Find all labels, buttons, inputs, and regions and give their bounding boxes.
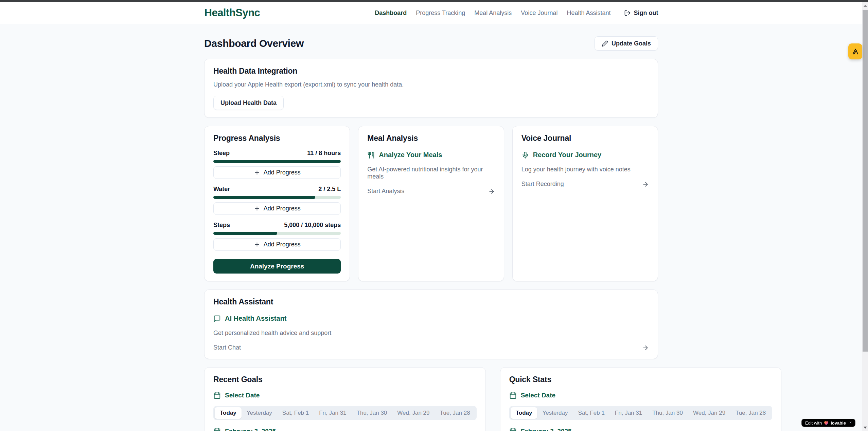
- start-chat-label: Start Chat: [213, 344, 241, 351]
- tab-fri-jan-31[interactable]: Fri, Jan 31: [610, 407, 647, 419]
- quick-stats-title: Quick Stats: [509, 375, 773, 384]
- header: HealthSync Dashboard Progress Tracking M…: [0, 2, 868, 24]
- progress-bar-track: [213, 160, 341, 163]
- health-data-integration-card: Health Data Integration Upload your Appl…: [204, 59, 658, 118]
- tab-wed-jan-29[interactable]: Wed, Jan 29: [392, 407, 435, 419]
- add-progress-steps-button[interactable]: Add Progress: [213, 238, 341, 251]
- progress-label: Water: [213, 186, 230, 193]
- add-progress-label: Add Progress: [264, 241, 301, 248]
- analyze-your-meals-link[interactable]: Analyze Your Meals: [367, 151, 495, 159]
- tab-yesterday[interactable]: Yesterday: [242, 407, 277, 419]
- tab-thu-jan-30[interactable]: Thu, Jan 30: [352, 407, 392, 419]
- health-assistant-card: Health Assistant AI Health Assistant Get…: [204, 289, 658, 359]
- start-recording-label: Start Recording: [521, 181, 564, 188]
- tab-sat-feb-1[interactable]: Sat, Feb 1: [573, 407, 609, 419]
- recent-goals-select-date[interactable]: Select Date: [213, 392, 477, 399]
- bolt-a-icon: [852, 48, 859, 55]
- add-progress-label: Add Progress: [264, 169, 301, 176]
- quick-stats-date-tabs: Today Yesterday Sat, Feb 1 Fri, Jan 31 T…: [509, 406, 773, 420]
- nav-item-health-assistant[interactable]: Health Assistant: [567, 10, 610, 17]
- app-logo[interactable]: HealthSync: [205, 7, 260, 19]
- analyze-progress-button[interactable]: Analyze Progress: [213, 259, 341, 274]
- arrow-right-icon: [488, 188, 495, 195]
- progress-analysis-card: Progress Analysis Sleep 11 / 8 hours Add…: [204, 126, 350, 281]
- progress-bar-fill: [213, 196, 315, 199]
- start-analysis-label: Start Analysis: [367, 188, 404, 195]
- tab-wed-jan-29[interactable]: Wed, Jan 29: [688, 407, 730, 419]
- meal-title: Meal Analysis: [367, 134, 495, 143]
- start-analysis-link[interactable]: Start Analysis: [367, 188, 495, 195]
- tab-yesterday[interactable]: Yesterday: [537, 407, 573, 419]
- log-out-icon: [624, 10, 631, 16]
- badge-close-icon[interactable]: ×: [849, 419, 852, 426]
- scroll-down-icon: [864, 427, 867, 429]
- tab-today[interactable]: Today: [511, 407, 537, 419]
- start-chat-link[interactable]: Start Chat: [213, 344, 649, 351]
- record-your-journey-link[interactable]: Record Your Journey: [521, 151, 649, 159]
- progress-value: 2 / 2.5 L: [318, 186, 341, 193]
- sign-out-label: Sign out: [634, 10, 658, 17]
- calendar-icon: [213, 428, 221, 431]
- progress-bar-track: [213, 232, 341, 235]
- tab-tue-jan-28[interactable]: Tue, Jan 28: [435, 407, 475, 419]
- progress-title: Progress Analysis: [213, 134, 341, 143]
- recent-goals-title: Recent Goals: [213, 375, 477, 384]
- assistant-description: Get personalized health advice and suppo…: [213, 330, 649, 337]
- start-recording-link[interactable]: Start Recording: [521, 181, 649, 188]
- sign-out-button[interactable]: Sign out: [624, 10, 658, 17]
- calendar-icon: [509, 392, 517, 399]
- add-progress-water-button[interactable]: Add Progress: [213, 202, 341, 215]
- ai-health-assistant-label: AI Health Assistant: [225, 315, 287, 322]
- chat-bubble-icon: [213, 315, 221, 322]
- nav-item-voice-journal[interactable]: Voice Journal: [521, 10, 557, 17]
- calendar-icon: [509, 428, 517, 431]
- scrollbar[interactable]: [862, 2, 868, 431]
- plus-icon: [254, 169, 260, 176]
- nav-item-meal-analysis[interactable]: Meal Analysis: [474, 10, 512, 17]
- main-nav: Dashboard Progress Tracking Meal Analysi…: [375, 10, 658, 17]
- recent-goals-card: Recent Goals Select Date Today Yesterday…: [204, 367, 486, 431]
- badge-prefix: Edit with: [805, 420, 822, 426]
- dev-tool-floating-button[interactable]: [848, 43, 862, 59]
- nav-item-dashboard[interactable]: Dashboard: [375, 10, 407, 17]
- voice-title: Voice Journal: [521, 134, 649, 143]
- tab-sat-feb-1[interactable]: Sat, Feb 1: [277, 407, 314, 419]
- add-progress-sleep-button[interactable]: Add Progress: [213, 166, 341, 179]
- ai-health-assistant-link[interactable]: AI Health Assistant: [213, 315, 649, 322]
- scroll-down-button[interactable]: [862, 425, 868, 430]
- scroll-up-icon: [864, 5, 867, 7]
- progress-bar-track: [213, 196, 341, 199]
- edit-with-lovable-badge[interactable]: Edit with lovable ×: [801, 419, 855, 427]
- badge-brand: lovable: [831, 420, 846, 426]
- assistant-title: Health Assistant: [213, 297, 649, 306]
- quick-stats-current-date: February 3, 2025: [509, 428, 773, 431]
- tab-today[interactable]: Today: [215, 407, 242, 419]
- meal-analysis-card: Meal Analysis Analyze Your Meals Get AI-…: [358, 126, 504, 281]
- select-date-label: Select Date: [225, 392, 260, 399]
- page-title: Dashboard Overview: [204, 38, 304, 49]
- scrollbar-thumb[interactable]: [863, 10, 868, 352]
- quick-stats-card: Quick Stats Select Date Today Yesterday …: [500, 367, 782, 431]
- nav-item-progress-tracking[interactable]: Progress Tracking: [416, 10, 465, 17]
- recent-goals-current-date: February 3, 2025: [213, 428, 477, 431]
- quick-stats-select-date[interactable]: Select Date: [509, 392, 773, 399]
- tab-thu-jan-30[interactable]: Thu, Jan 30: [647, 407, 688, 419]
- integration-description: Upload your Apple Health export (export.…: [213, 81, 649, 88]
- scroll-up-button[interactable]: [862, 3, 868, 8]
- progress-item-steps: Steps 5,000 / 10,000 steps Add Progress: [213, 222, 341, 251]
- progress-item-water: Water 2 / 2.5 L Add Progress: [213, 186, 341, 215]
- add-progress-label: Add Progress: [264, 205, 301, 212]
- select-date-label: Select Date: [521, 392, 555, 399]
- update-goals-button[interactable]: Update Goals: [595, 36, 658, 51]
- tab-tue-jan-28[interactable]: Tue, Jan 28: [730, 407, 771, 419]
- microphone-icon: [521, 151, 529, 159]
- upload-health-data-button[interactable]: Upload Health Data: [213, 96, 284, 110]
- plus-icon: [254, 205, 260, 212]
- progress-value: 11 / 8 hours: [307, 150, 341, 157]
- current-date-label: February 3, 2025: [225, 428, 276, 431]
- utensils-icon: [367, 151, 375, 159]
- main-content: Dashboard Overview Update Goals Health D…: [0, 24, 862, 431]
- meal-description: Get AI-powered nutritional insights for …: [367, 166, 495, 180]
- tab-fri-jan-31[interactable]: Fri, Jan 31: [314, 407, 351, 419]
- arrow-right-icon: [642, 344, 649, 351]
